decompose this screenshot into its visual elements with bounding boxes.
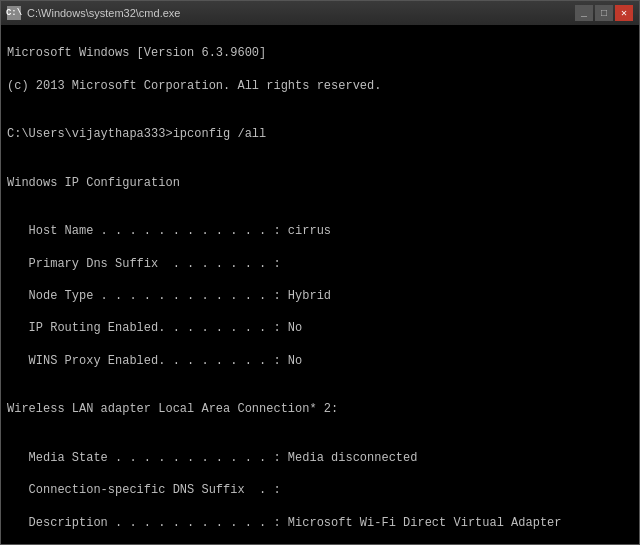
cmd-window: C:\ C:\Windows\system32\cmd.exe _ □ ✕ Mi…: [0, 0, 640, 545]
console-line: Wireless LAN adapter Local Area Connecti…: [7, 401, 633, 417]
console-line: Connection-specific DNS Suffix . :: [7, 482, 633, 498]
console-line: Node Type . . . . . . . . . . . . : Hybr…: [7, 288, 633, 304]
titlebar: C:\ C:\Windows\system32\cmd.exe _ □ ✕: [1, 1, 639, 25]
console-line: Microsoft Windows [Version 6.3.9600]: [7, 45, 633, 61]
window-title: C:\Windows\system32\cmd.exe: [27, 7, 180, 19]
minimize-button[interactable]: _: [575, 5, 593, 21]
console-line: Host Name . . . . . . . . . . . . : cirr…: [7, 223, 633, 239]
close-button[interactable]: ✕: [615, 5, 633, 21]
titlebar-left: C:\ C:\Windows\system32\cmd.exe: [7, 6, 180, 20]
window-controls: _ □ ✕: [575, 5, 633, 21]
console-line: Media State . . . . . . . . . . . : Medi…: [7, 450, 633, 466]
console-line: Primary Dns Suffix . . . . . . . :: [7, 256, 633, 272]
console-line: Description . . . . . . . . . . . : Micr…: [7, 515, 633, 531]
maximize-button[interactable]: □: [595, 5, 613, 21]
console-line: Windows IP Configuration: [7, 175, 633, 191]
console-output: Microsoft Windows [Version 6.3.9600] (c)…: [1, 25, 639, 544]
console-line: WINS Proxy Enabled. . . . . . . . : No: [7, 353, 633, 369]
cmd-icon: C:\: [7, 6, 21, 20]
console-line: C:\Users\vijaythapa333>ipconfig /all: [7, 126, 633, 142]
console-line: (c) 2013 Microsoft Corporation. All righ…: [7, 78, 633, 94]
console-line: IP Routing Enabled. . . . . . . . : No: [7, 320, 633, 336]
